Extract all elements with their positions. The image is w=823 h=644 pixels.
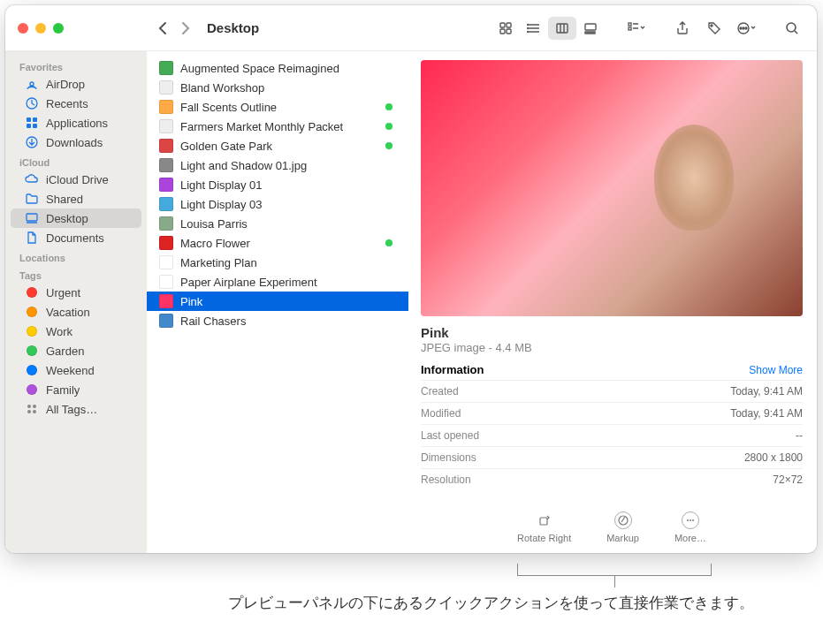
sidebar-item-label: Desktop	[46, 212, 88, 225]
quick-action-rotate[interactable]: Rotate Right	[517, 511, 571, 543]
file-item[interactable]: Macro Flower	[147, 233, 408, 253]
sidebar-item-weekend[interactable]: Weekend	[11, 360, 141, 380]
svg-rect-10	[557, 24, 568, 33]
sidebar-item-airdrop[interactable]: AirDrop	[11, 74, 141, 94]
download-icon	[25, 135, 39, 149]
sidebar-item-urgent[interactable]: Urgent	[11, 283, 141, 302]
tag-icon	[25, 363, 39, 377]
search-button[interactable]	[778, 17, 806, 40]
info-label: Last opened	[421, 429, 479, 442]
sidebar-item-family[interactable]: Family	[11, 380, 141, 399]
sidebar-item-label: Documents	[46, 231, 104, 245]
tags-button[interactable]	[700, 17, 728, 40]
info-row: ModifiedToday, 9:41 AM	[421, 402, 803, 424]
titlebar: Desktop	[5, 5, 817, 51]
sidebar-item-garden[interactable]: Garden	[11, 341, 141, 360]
file-name: Fall Scents Outline	[180, 101, 277, 114]
svg-rect-31	[27, 117, 31, 122]
quick-action-label: More…	[674, 533, 706, 543]
sidebar-item-label: All Tags…	[46, 403, 97, 416]
toolbar	[492, 17, 817, 40]
svg-point-44	[687, 519, 689, 521]
tag-dot-icon	[385, 142, 392, 149]
svg-point-9	[528, 31, 529, 32]
sidebar-item-shared[interactable]: Shared	[11, 189, 141, 208]
file-item[interactable]: Golden Gate Park	[147, 136, 408, 155]
back-button[interactable]	[152, 16, 173, 41]
file-item[interactable]: Bland Workshop	[147, 78, 408, 97]
sidebar-item-applications[interactable]: Applications	[11, 113, 141, 133]
doc-icon	[159, 119, 173, 133]
svg-point-46	[692, 519, 694, 521]
alltags-icon	[25, 402, 39, 416]
file-name: Marketing Plan	[180, 256, 257, 269]
sidebar-section-header: Tags	[5, 265, 147, 283]
sidebar-section-header: Locations	[5, 247, 147, 265]
svg-rect-18	[629, 23, 631, 26]
svg-rect-19	[629, 27, 631, 30]
quick-action-markup[interactable]: Markup	[606, 511, 639, 543]
sidebar-item-documents[interactable]: Documents	[11, 228, 141, 247]
img-icon	[159, 178, 173, 192]
svg-rect-15	[588, 32, 590, 34]
sidebar-item-desktop[interactable]: Desktop	[11, 208, 141, 228]
file-item[interactable]: Marketing Plan	[147, 253, 408, 272]
close-window-button[interactable]	[18, 23, 28, 34]
gallery-view-button[interactable]	[576, 17, 605, 40]
file-item[interactable]: Light Display 03	[147, 194, 408, 214]
info-value: --	[796, 429, 803, 442]
file-item[interactable]: Paper Airplane Experiment	[147, 272, 408, 292]
minimize-window-button[interactable]	[35, 23, 46, 34]
action-button[interactable]	[732, 17, 760, 40]
list-view-button[interactable]	[520, 17, 548, 40]
sidebar-item-downloads[interactable]: Downloads	[11, 133, 141, 152]
show-more-link[interactable]: Show More	[749, 364, 803, 376]
file-item[interactable]: Light Display 01	[147, 175, 408, 194]
tag-icon	[25, 344, 39, 358]
file-item[interactable]: Farmers Market Monthly Packet	[147, 117, 408, 136]
file-list-column: Augmented Space ReimaginedBland Workshop…	[147, 51, 408, 553]
file-item[interactable]: Fall Scents Outline	[147, 97, 408, 117]
zoom-window-button[interactable]	[53, 23, 64, 34]
info-row: Resolution72×72	[421, 468, 803, 490]
img-icon	[159, 197, 173, 211]
icon-view-button[interactable]	[492, 17, 520, 40]
sidebar-item-vacation[interactable]: Vacation	[11, 302, 141, 322]
file-item[interactable]: Light and Shadow 01.jpg	[147, 155, 408, 175]
forward-button[interactable]	[175, 16, 196, 41]
sidebar-item-label: iCloud Drive	[46, 173, 109, 186]
file-item[interactable]: Pink	[147, 292, 408, 311]
column-view-button[interactable]	[548, 17, 576, 40]
sidebar-item-recents[interactable]: Recents	[11, 94, 141, 113]
sidebar-item-label: Work	[46, 325, 72, 338]
file-name: Light Display 01	[180, 178, 263, 192]
more-icon	[682, 511, 699, 529]
sidebar-item-all-tags-[interactable]: All Tags…	[11, 399, 141, 419]
tag-dot-icon	[385, 103, 392, 110]
sidebar-item-work[interactable]: Work	[11, 322, 141, 341]
share-button[interactable]	[668, 17, 697, 40]
info-value: Today, 9:41 AM	[730, 385, 803, 398]
file-item[interactable]: Augmented Space Reimagined	[147, 58, 408, 78]
group-button[interactable]	[622, 17, 651, 40]
svg-rect-33	[27, 124, 31, 128]
sidebar-item-icloud-drive[interactable]: iCloud Drive	[11, 170, 141, 189]
file-name: Augmented Space Reimagined	[180, 62, 339, 75]
file-name: Light Display 03	[180, 198, 263, 211]
doc-icon	[159, 100, 173, 114]
svg-rect-0	[500, 23, 505, 27]
file-item[interactable]: Louisa Parris	[147, 214, 408, 233]
info-row: CreatedToday, 9:41 AM	[421, 380, 803, 402]
quick-actions: Rotate RightMarkupMore…	[421, 511, 803, 543]
tag-icon	[25, 285, 39, 299]
sidebar-item-label: Urgent	[46, 286, 80, 299]
svg-point-7	[528, 24, 529, 25]
preview-thumbnail	[421, 60, 803, 316]
svg-rect-13	[585, 24, 596, 30]
window-body: FavoritesAirDropRecentsApplicationsDownl…	[5, 51, 817, 553]
preview-pane: Pink JPEG image - 4.4 MB Information Sho…	[408, 51, 817, 553]
quick-action-more[interactable]: More…	[674, 511, 706, 543]
file-item[interactable]: Rail Chasers	[147, 311, 408, 330]
svg-point-40	[27, 410, 31, 413]
window-title: Desktop	[207, 20, 259, 35]
